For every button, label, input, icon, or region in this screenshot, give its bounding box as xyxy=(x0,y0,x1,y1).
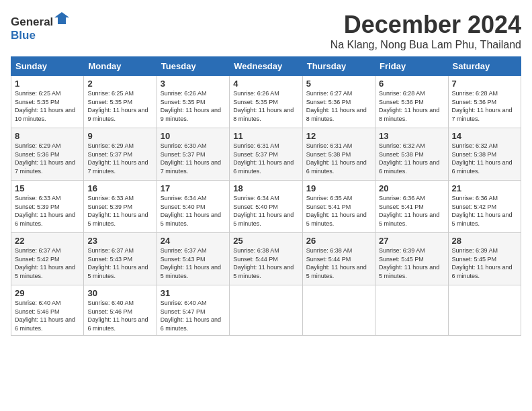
header-wednesday: Wednesday xyxy=(230,57,302,76)
day-number: 16 xyxy=(87,183,152,193)
day-info: Sunrise: 6:32 AM Sunset: 5:38 PM Dayligh… xyxy=(452,142,517,175)
calendar-cell: 10 Sunrise: 6:30 AM Sunset: 5:37 PM Dayl… xyxy=(157,128,229,181)
calendar-cell: 17 Sunrise: 6:34 AM Sunset: 5:40 PM Dayl… xyxy=(157,181,229,233)
calendar-cell: 22 Sunrise: 6:37 AM Sunset: 5:42 PM Dayl… xyxy=(11,233,84,285)
logo-blue-line: Blue xyxy=(11,29,69,42)
calendar-cell: 18 Sunrise: 6:34 AM Sunset: 5:40 PM Dayl… xyxy=(230,181,302,233)
day-info: Sunrise: 6:39 AM Sunset: 5:45 PM Dayligh… xyxy=(379,246,444,280)
day-number: 27 xyxy=(379,236,444,246)
day-info: Sunrise: 6:33 AM Sunset: 5:39 PM Dayligh… xyxy=(87,194,152,228)
day-number: 1 xyxy=(15,79,80,89)
day-number: 19 xyxy=(306,183,371,193)
day-number: 12 xyxy=(306,131,371,141)
day-info: Sunrise: 6:26 AM Sunset: 5:35 PM Dayligh… xyxy=(161,89,226,123)
calendar-cell: 16 Sunrise: 6:33 AM Sunset: 5:39 PM Dayl… xyxy=(84,181,157,233)
day-info: Sunrise: 6:35 AM Sunset: 5:41 PM Dayligh… xyxy=(306,194,371,228)
location-title: Na Klang, Nong Bua Lam Phu, Thailand xyxy=(330,39,521,51)
day-number: 10 xyxy=(161,131,226,141)
calendar-cell: 11 Sunrise: 6:31 AM Sunset: 5:37 PM Dayl… xyxy=(230,128,302,181)
day-info: Sunrise: 6:33 AM Sunset: 5:39 PM Dayligh… xyxy=(15,194,80,228)
month-title: December 2024 xyxy=(330,11,521,39)
calendar-cell: 20 Sunrise: 6:36 AM Sunset: 5:41 PM Dayl… xyxy=(375,181,448,233)
day-number: 3 xyxy=(161,79,226,89)
day-info: Sunrise: 6:38 AM Sunset: 5:44 PM Dayligh… xyxy=(306,246,371,280)
day-number: 23 xyxy=(87,236,152,246)
day-info: Sunrise: 6:38 AM Sunset: 5:44 PM Dayligh… xyxy=(233,246,298,280)
calendar-cell xyxy=(448,285,521,336)
day-info: Sunrise: 6:26 AM Sunset: 5:35 PM Dayligh… xyxy=(233,89,298,123)
calendar-cell: 14 Sunrise: 6:32 AM Sunset: 5:38 PM Dayl… xyxy=(448,128,521,181)
day-info: Sunrise: 6:36 AM Sunset: 5:42 PM Dayligh… xyxy=(452,194,517,228)
day-info: Sunrise: 6:29 AM Sunset: 5:36 PM Dayligh… xyxy=(15,142,80,175)
day-number: 28 xyxy=(452,236,517,246)
day-info: Sunrise: 6:31 AM Sunset: 5:37 PM Dayligh… xyxy=(233,142,298,175)
day-number: 14 xyxy=(452,131,517,141)
day-number: 24 xyxy=(161,236,226,246)
day-number: 18 xyxy=(233,183,298,193)
calendar-cell: 29 Sunrise: 6:40 AM Sunset: 5:46 PM Dayl… xyxy=(11,285,84,336)
calendar-cell: 1 Sunrise: 6:25 AM Sunset: 5:35 PM Dayli… xyxy=(11,76,84,128)
day-number: 25 xyxy=(233,236,298,246)
header-saturday: Saturday xyxy=(448,57,521,76)
day-number: 5 xyxy=(306,79,371,89)
title-section: December 2024 Na Klang, Nong Bua Lam Phu… xyxy=(330,11,521,51)
calendar-cell: 5 Sunrise: 6:27 AM Sunset: 5:36 PM Dayli… xyxy=(302,76,375,128)
header-friday: Friday xyxy=(375,57,448,76)
calendar-cell: 21 Sunrise: 6:36 AM Sunset: 5:42 PM Dayl… xyxy=(448,181,521,233)
header-row: SundayMondayTuesdayWednesdayThursdayFrid… xyxy=(11,57,521,76)
day-info: Sunrise: 6:36 AM Sunset: 5:41 PM Dayligh… xyxy=(379,194,444,228)
day-number: 21 xyxy=(452,183,517,193)
calendar-table: SundayMondayTuesdayWednesdayThursdayFrid… xyxy=(11,56,521,336)
day-info: Sunrise: 6:34 AM Sunset: 5:40 PM Dayligh… xyxy=(233,194,298,228)
calendar-cell: 31 Sunrise: 6:40 AM Sunset: 5:47 PM Dayl… xyxy=(157,285,229,336)
header-monday: Monday xyxy=(84,57,157,76)
calendar-cell: 9 Sunrise: 6:29 AM Sunset: 5:37 PM Dayli… xyxy=(84,128,157,181)
day-number: 15 xyxy=(15,183,80,193)
logo-blue-text: Blue xyxy=(11,29,36,42)
logo-bird-icon xyxy=(54,11,69,26)
calendar-cell: 25 Sunrise: 6:38 AM Sunset: 5:44 PM Dayl… xyxy=(230,233,302,285)
day-info: Sunrise: 6:31 AM Sunset: 5:38 PM Dayligh… xyxy=(306,142,371,175)
header-sunday: Sunday xyxy=(11,57,84,76)
day-number: 17 xyxy=(161,183,226,193)
day-number: 7 xyxy=(452,79,517,89)
calendar-cell: 28 Sunrise: 6:39 AM Sunset: 5:45 PM Dayl… xyxy=(448,233,521,285)
day-info: Sunrise: 6:40 AM Sunset: 5:46 PM Dayligh… xyxy=(87,299,152,332)
calendar-cell: 13 Sunrise: 6:32 AM Sunset: 5:38 PM Dayl… xyxy=(375,128,448,181)
day-number: 22 xyxy=(15,236,80,246)
day-number: 11 xyxy=(233,131,298,141)
day-number: 29 xyxy=(15,288,80,298)
day-number: 4 xyxy=(233,79,298,89)
day-number: 30 xyxy=(87,288,152,298)
day-number: 6 xyxy=(379,79,444,89)
calendar-cell xyxy=(375,285,448,336)
logo-general-text: General xyxy=(11,15,53,28)
day-number: 13 xyxy=(379,131,444,141)
day-number: 31 xyxy=(161,288,226,298)
calendar-cell: 24 Sunrise: 6:37 AM Sunset: 5:43 PM Dayl… xyxy=(157,233,229,285)
calendar-cell: 3 Sunrise: 6:26 AM Sunset: 5:35 PM Dayli… xyxy=(157,76,229,128)
day-number: 8 xyxy=(15,131,80,141)
calendar-cell xyxy=(302,285,375,336)
logo-general-line: General xyxy=(11,11,69,29)
calendar-cell: 30 Sunrise: 6:40 AM Sunset: 5:46 PM Dayl… xyxy=(84,285,157,336)
header-tuesday: Tuesday xyxy=(157,57,229,76)
day-number: 2 xyxy=(87,79,152,89)
calendar-cell: 7 Sunrise: 6:28 AM Sunset: 5:36 PM Dayli… xyxy=(448,76,521,128)
day-info: Sunrise: 6:34 AM Sunset: 5:40 PM Dayligh… xyxy=(161,194,226,228)
calendar-cell: 6 Sunrise: 6:28 AM Sunset: 5:36 PM Dayli… xyxy=(375,76,448,128)
header-thursday: Thursday xyxy=(302,57,375,76)
day-info: Sunrise: 6:27 AM Sunset: 5:36 PM Dayligh… xyxy=(306,89,371,123)
calendar-cell: 8 Sunrise: 6:29 AM Sunset: 5:36 PM Dayli… xyxy=(11,128,84,181)
day-number: 20 xyxy=(379,183,444,193)
calendar-cell: 4 Sunrise: 6:26 AM Sunset: 5:35 PM Dayli… xyxy=(230,76,302,128)
calendar-cell: 15 Sunrise: 6:33 AM Sunset: 5:39 PM Dayl… xyxy=(11,181,84,233)
day-info: Sunrise: 6:40 AM Sunset: 5:47 PM Dayligh… xyxy=(161,299,226,332)
day-info: Sunrise: 6:29 AM Sunset: 5:37 PM Dayligh… xyxy=(87,142,152,175)
day-info: Sunrise: 6:30 AM Sunset: 5:37 PM Dayligh… xyxy=(161,142,226,175)
calendar-cell: 26 Sunrise: 6:38 AM Sunset: 5:44 PM Dayl… xyxy=(302,233,375,285)
day-info: Sunrise: 6:28 AM Sunset: 5:36 PM Dayligh… xyxy=(452,89,517,123)
logo: General Blue xyxy=(11,11,69,42)
calendar-cell xyxy=(230,285,302,336)
calendar-cell: 2 Sunrise: 6:25 AM Sunset: 5:35 PM Dayli… xyxy=(84,76,157,128)
